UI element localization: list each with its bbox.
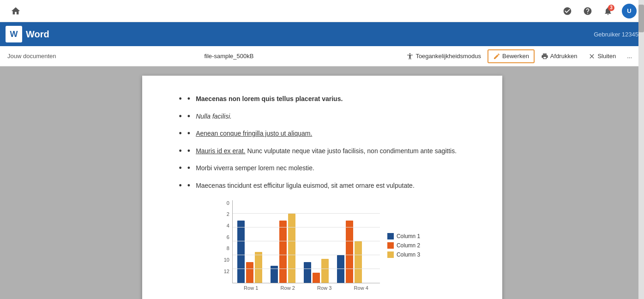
- home-icon: [11, 6, 21, 16]
- legend-label-3: Column 3: [397, 251, 420, 258]
- grid-line: [233, 255, 380, 255]
- bullet-dot: •: [187, 112, 190, 122]
- chart-yaxis: 12 10 8 6 4 2 0: [224, 200, 229, 283]
- print-button[interactable]: Afdrukken: [536, 50, 582, 62]
- y-label: 10: [224, 257, 229, 263]
- bar-row1-col2: [246, 262, 253, 283]
- list-item-part: Mauris id ex erat.: [196, 147, 245, 155]
- doc-page: • Maecenas non lorem quis tellus placera…: [142, 76, 502, 299]
- app-title: Word: [26, 29, 49, 40]
- accessibility-label: Toegankelijkheidsmodus: [415, 53, 481, 60]
- word-logo-box: W: [6, 26, 22, 42]
- x-label-3: Row 3: [310, 285, 339, 291]
- close-icon: [588, 53, 596, 60]
- chart-bars-area: [232, 200, 380, 283]
- row-group-4: [337, 221, 362, 283]
- list-item: • Maecenas tincidunt est efficitur ligul…: [179, 181, 465, 191]
- edit-label: Bewerken: [502, 53, 529, 60]
- app-header: W Word Gebruiker 12345: [0, 22, 644, 46]
- app-logo: W Word: [6, 26, 49, 42]
- breadcrumb-link[interactable]: Jouw documenten: [7, 53, 56, 60]
- y-label: 0: [227, 200, 229, 206]
- list-item: • Aenean conque fringilla justo ut aliqu…: [179, 129, 465, 139]
- bullet-dot: •: [187, 181, 190, 191]
- y-label: 6: [227, 234, 229, 240]
- y-label: 4: [227, 223, 229, 228]
- user-name: Gebruiker 12345: [594, 31, 638, 38]
- list-item-text: Maecenas tincidunt est efficitur ligula …: [196, 181, 415, 191]
- doc-content: • Maecenas non lorem quis tellus placera…: [179, 94, 465, 291]
- doc-area: • Maecenas non lorem quis tellus placera…: [0, 66, 644, 299]
- bar-row3-col3: [321, 259, 329, 283]
- system-bar-left: [7, 3, 24, 19]
- legend-label-1: Column 1: [397, 233, 420, 239]
- grid-line: [233, 227, 380, 227]
- legend-box-col2: [387, 242, 394, 249]
- bullet-dot: •: [187, 146, 190, 156]
- doc-toolbar: Jouw documenten file-sample_500kB Toegan…: [0, 46, 644, 66]
- bar-row1-col1: [237, 221, 245, 283]
- y-label: 12: [224, 269, 229, 274]
- scrollbar-track[interactable]: [638, 66, 644, 299]
- bar-row4-col2: [346, 221, 353, 283]
- close-label: Sluiten: [597, 53, 616, 60]
- grid-line: [233, 269, 380, 269]
- list-item-text: Nulla facilisi.: [196, 112, 232, 121]
- x-label-4: Row 4: [347, 285, 375, 291]
- bullet-dot: •: [187, 129, 190, 139]
- list-item-text: Mauris id ex erat. Nunc vulputate neque …: [196, 146, 457, 156]
- legend-box-col1: [387, 233, 394, 239]
- system-bar-right: 3 U: [561, 4, 637, 18]
- edit-icon: [493, 53, 500, 60]
- bullet-dot: •: [187, 163, 190, 173]
- legend-item-2: Column 2: [387, 242, 420, 249]
- bar-row2-col2: [279, 221, 287, 283]
- list-item: • Morbi viverra semper lorem nec molesti…: [179, 163, 465, 173]
- chart-xaxis: Row 1 Row 2 Row 3 Row 4: [232, 283, 380, 291]
- check-circle-icon: [563, 6, 572, 16]
- check-circle-button[interactable]: [561, 5, 574, 18]
- bar-row4-col1: [337, 255, 344, 283]
- y-label: 8: [227, 245, 229, 251]
- more-button[interactable]: ...: [622, 50, 637, 62]
- more-label: ...: [627, 53, 632, 60]
- list-item-part: Nunc vulputate neque vitae justo facilis…: [247, 147, 457, 155]
- logo-letter: W: [10, 30, 18, 39]
- row-group-2: [271, 214, 295, 283]
- bar-row3-col2: [313, 273, 320, 283]
- list-item: • Nulla facilisi.: [179, 112, 465, 122]
- help-button[interactable]: [581, 5, 594, 18]
- bar-row1-col3: [255, 252, 262, 283]
- list-item: • Mauris id ex erat. Nunc vulputate nequ…: [179, 146, 465, 156]
- bar-row4-col3: [355, 241, 362, 283]
- list-item-text: Aenean conque fringilla justo ut aliquam…: [196, 129, 312, 138]
- help-icon: [583, 6, 592, 16]
- x-label-1: Row 1: [237, 285, 265, 291]
- grid-line: [233, 213, 380, 214]
- print-label: Afdrukken: [550, 53, 578, 60]
- notification-badge: 3: [608, 5, 614, 11]
- notification-button[interactable]: 3: [602, 5, 614, 18]
- edit-button[interactable]: Bewerken: [488, 49, 535, 63]
- chart-container: 12 10 8 6 4 2 0: [179, 200, 465, 291]
- bar-row3-col1: [304, 262, 311, 283]
- legend-label-2: Column 2: [397, 242, 420, 249]
- legend-item-3: Column 3: [387, 251, 420, 258]
- accessibility-button[interactable]: Toegankelijkheidsmodus: [402, 50, 486, 62]
- chart-legend: Column 1 Column 2 Column 3: [387, 233, 420, 258]
- grid-line: [233, 241, 380, 241]
- print-icon: [541, 53, 548, 60]
- row-group-1: [237, 221, 262, 283]
- legend-box-col3: [387, 251, 394, 258]
- doc-filename: file-sample_500kB: [60, 53, 398, 60]
- toolbar-actions: Toegankelijkheidsmodus Bewerken Afdrukke…: [402, 49, 637, 63]
- chart-wrap: 12 10 8 6 4 2 0: [224, 200, 421, 291]
- list-item-text: Maecenas non lorem quis tellus placerat …: [196, 94, 343, 104]
- x-label-2: Row 2: [273, 285, 302, 291]
- avatar[interactable]: U: [622, 4, 637, 18]
- y-label: 2: [227, 211, 229, 217]
- home-button[interactable]: [7, 3, 24, 19]
- close-button[interactable]: Sluiten: [584, 50, 620, 62]
- bullet-dot: •: [187, 94, 190, 104]
- legend-item-1: Column 1: [387, 233, 420, 239]
